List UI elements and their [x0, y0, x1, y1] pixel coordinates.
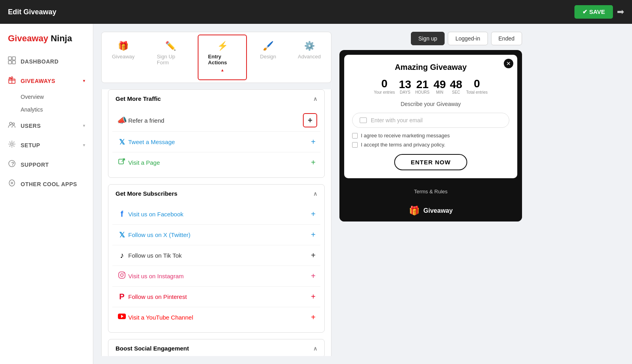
advanced-tab-label: Advanced: [298, 54, 321, 60]
section-get-more-subscribers: Get More Subscribers ∧ f Visit us on Fac…: [108, 184, 325, 333]
svg-rect-0: [8, 57, 12, 60]
giveaway-bar: 🎁 Giveaway: [339, 200, 522, 221]
add-youtube-button[interactable]: +: [309, 311, 317, 324]
min-label: MIN: [436, 90, 443, 94]
modal-description: Describe your Giveaway: [352, 101, 509, 107]
min-col: 49 MIN: [434, 79, 446, 94]
sidebar: Giveaway Ninja DASHBOARD GIVEAWAYS ▾ Ove…: [0, 24, 93, 364]
refer-friend-label: Refer a friend: [128, 117, 303, 124]
youtube-label: Visit a YouTube Channel: [128, 314, 309, 321]
section-boost-chevron: ∧: [313, 345, 317, 352]
users-icon: [8, 121, 16, 131]
add-facebook-button[interactable]: +: [309, 208, 317, 220]
preview-tabs: Sign up Logged-in Ended: [339, 32, 522, 45]
sidebar-item-overview[interactable]: Overview: [0, 91, 93, 103]
add-visit-page-button[interactable]: +: [309, 156, 317, 169]
giveaway-tab-icon: 🎁: [118, 41, 129, 51]
sidebar-item-dashboard[interactable]: DASHBOARD: [0, 52, 93, 71]
entry-facebook: f Visit us on Facebook +: [112, 204, 320, 225]
tab-advanced[interactable]: ⚙️ Advanced: [289, 35, 329, 80]
tiktok-label: Follow us on Tik Tok: [128, 252, 309, 259]
add-tiktok-button[interactable]: +: [309, 249, 317, 262]
section-traffic-title: Get More Traffic: [116, 95, 161, 102]
checkbox-terms-label: I accept the terms and privacy policy.: [361, 142, 445, 148]
sec-num: 48: [450, 79, 462, 90]
sidebar-item-users[interactable]: USERS ▾: [0, 116, 93, 135]
main-layout: Giveaway Ninja DASHBOARD GIVEAWAYS ▾ Ove…: [0, 24, 632, 364]
sidebar-label-setup: SETUP: [21, 142, 40, 148]
sidebar-label-support: SUPPORT: [21, 162, 49, 168]
entry-tab-label: Entry Actions: [208, 54, 237, 65]
days-col: 13 DAYS: [399, 79, 411, 94]
add-instagram-button[interactable]: +: [309, 270, 317, 282]
sec-col: 48 SEC: [450, 79, 462, 94]
tab-design[interactable]: 🖌️ Design: [250, 35, 286, 80]
preview-tab-signup[interactable]: Sign up: [411, 32, 445, 45]
add-tweet-button[interactable]: +: [309, 136, 317, 148]
email-placeholder: Enter with your email: [371, 117, 423, 123]
pinterest-icon: P: [116, 292, 128, 301]
your-entries-col: 0 Your entries: [374, 77, 395, 94]
giveaways-arrow: ▾: [83, 79, 85, 83]
entry-youtube: Visit a YouTube Channel +: [112, 307, 320, 327]
entry-twitter: 𝕏 Follow us on X (Twitter) +: [112, 225, 320, 245]
section-boost-header[interactable]: Boost Social Engagement ∧: [108, 339, 324, 356]
logout-button[interactable]: ➡: [617, 7, 624, 17]
checkbox-marketing-box[interactable]: [352, 133, 358, 139]
brand-name-red: Giveaway: [8, 33, 48, 43]
preview-tab-ended[interactable]: Ended: [491, 32, 522, 45]
sidebar-item-setup[interactable]: SETUP ▾: [0, 135, 93, 155]
checkbox-marketing-label: I agree to receive marketing messages: [361, 133, 450, 139]
twitter-follow-icon: 𝕏: [116, 231, 128, 239]
tab-sign-up-form[interactable]: ✏️ Sign Up Form: [146, 35, 195, 80]
svg-point-16: [123, 273, 124, 273]
content-area: 🎁 Giveaway ✏️ Sign Up Form ⚡ Entry Actio…: [93, 24, 632, 364]
twitter-x-icon: 𝕏: [116, 138, 128, 146]
section-subscribers-title: Get More Subscribers: [116, 190, 177, 197]
tab-giveaway[interactable]: 🎁 Giveaway: [103, 35, 143, 80]
save-button[interactable]: ✔ SAVE: [574, 5, 613, 19]
tiktok-icon: ♪: [116, 251, 128, 260]
tab-entry-actions[interactable]: ⚡ Entry Actions ▲: [198, 35, 247, 80]
modal-close-button[interactable]: ✕: [504, 59, 513, 68]
add-pinterest-button[interactable]: +: [309, 291, 317, 303]
facebook-label: Visit us on Facebook: [128, 211, 309, 218]
section-subscribers-chevron: ∧: [313, 191, 317, 197]
add-twitter-button[interactable]: +: [309, 229, 317, 241]
section-subscribers-header[interactable]: Get More Subscribers ∧: [108, 185, 324, 202]
section-traffic-body: 📣 Refer a friend + 𝕏 Tweet a Message +: [108, 108, 324, 177]
sidebar-item-support[interactable]: ? SUPPORT: [0, 155, 93, 174]
total-entries-label: Total entries: [466, 90, 487, 94]
section-get-more-traffic: Get More Traffic ∧ 📣 Refer a friend + 𝕏 …: [108, 89, 325, 178]
instagram-icon: [116, 271, 128, 281]
email-input-field[interactable]: Enter with your email: [352, 113, 509, 128]
brand-logo: Giveaway Ninja: [0, 28, 93, 52]
modal-inner: ✕ Amazing Giveaway 0 Your entries 13 DAY…: [344, 55, 517, 178]
sidebar-label-users: USERS: [21, 123, 41, 129]
giveaway-tab-label: Giveaway: [112, 54, 135, 60]
section-boost-social: Boost Social Engagement ∧: [108, 339, 325, 356]
email-icon: [360, 117, 367, 123]
youtube-icon: [116, 313, 128, 322]
min-num: 49: [434, 79, 446, 90]
enter-now-button[interactable]: ENTER NOW: [394, 154, 468, 170]
sidebar-item-analytics[interactable]: Analytics: [0, 103, 93, 116]
left-panel: 🎁 Giveaway ✏️ Sign Up Form ⚡ Entry Actio…: [101, 32, 331, 356]
sidebar-item-other-cool-apps[interactable]: OTHER COOL APPS: [0, 174, 93, 194]
svg-point-15: [121, 274, 123, 277]
preview-tab-loggedin[interactable]: Logged-in: [448, 32, 487, 45]
countdown-row: 0 Your entries 13 DAYS 21 HOURS 49: [352, 77, 509, 94]
svg-text:?: ?: [11, 161, 14, 167]
section-boost-title: Boost Social Engagement: [116, 345, 189, 352]
svg-point-12: [11, 182, 13, 184]
checkbox-terms-box[interactable]: [352, 142, 358, 148]
giveaway-preview-widget: ✕ Amazing Giveaway 0 Your entries 13 DAY…: [339, 50, 522, 221]
add-refer-friend-button[interactable]: +: [303, 113, 317, 127]
visit-page-label: Visit a Page: [128, 159, 309, 166]
section-traffic-header[interactable]: Get More Traffic ∧: [108, 90, 324, 108]
sidebar-item-giveaways[interactable]: GIVEAWAYS ▾: [0, 71, 93, 91]
visit-page-icon: [116, 158, 128, 168]
advanced-tab-icon: ⚙️: [304, 41, 315, 51]
svg-rect-3: [12, 61, 15, 64]
tabs-container: 🎁 Giveaway ✏️ Sign Up Form ⚡ Entry Actio…: [101, 32, 331, 83]
